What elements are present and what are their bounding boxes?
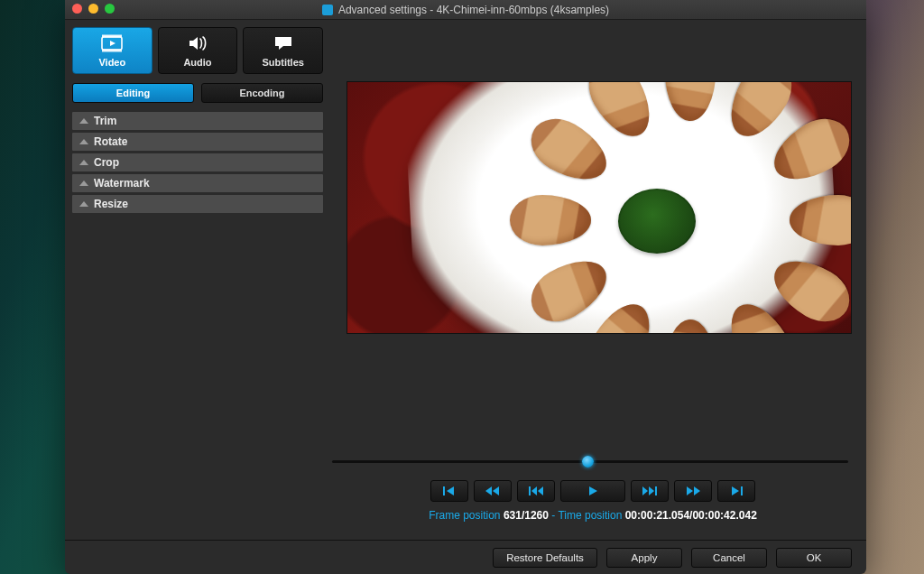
cancel-label: Cancel [713,552,745,563]
play-button[interactable] [560,480,625,502]
subtab-encoding[interactable]: Encoding [201,83,323,103]
restore-defaults-label: Restore Defaults [506,552,584,563]
timeline-track[interactable] [332,460,848,463]
time-position-label: Time position [558,509,622,522]
svg-marker-5 [447,486,454,495]
zoom-window-button[interactable] [105,4,115,14]
speech-bubble-icon [273,34,294,54]
preview-garnish [618,189,696,254]
tab-video-label: Video [98,57,125,68]
step-forward-button[interactable] [631,480,669,502]
svg-rect-8 [529,486,531,495]
dialog-footer: Restore Defaults Apply Cancel OK [65,540,866,574]
svg-rect-14 [655,486,657,495]
tab-audio-label: Audio [183,57,211,68]
section-watermark[interactable]: Watermark [72,174,323,192]
time-position-value: 00:00:21.054/00:00:42.042 [625,509,757,522]
step-back-button[interactable] [517,480,555,502]
subtab-editing[interactable]: Editing [72,83,194,103]
disclosure-triangle-icon [79,139,88,144]
apply-label: Apply [632,552,658,563]
transport-controls [325,480,861,502]
section-rotate[interactable]: Rotate [72,133,323,151]
section-crop-label: Crop [94,156,119,169]
left-panel: Video Audio Subtitles Editing Enco [70,25,325,534]
svg-marker-13 [649,486,654,495]
svg-marker-12 [642,486,648,495]
skip-end-button[interactable] [717,480,755,502]
svg-rect-4 [443,486,445,495]
app-icon [322,5,333,15]
ok-label: OK [807,552,822,563]
video-preview[interactable] [346,81,852,334]
section-trim-label: Trim [94,115,116,127]
frame-position-value: 631/1260 [504,509,549,522]
section-crop[interactable]: Crop [72,153,323,171]
svg-marker-15 [687,486,693,495]
speaker-icon [187,34,208,54]
ok-button[interactable]: OK [776,548,852,568]
section-rotate-label: Rotate [94,135,127,148]
svg-rect-2 [102,49,122,51]
cancel-button[interactable]: Cancel [691,548,767,568]
mode-tabs: Editing Encoding [70,79,325,112]
disclosure-triangle-icon [79,118,88,124]
fast-forward-button[interactable] [674,480,712,502]
content-area: Video Audio Subtitles Editing Enco [65,20,866,540]
video-clip-icon [101,34,123,54]
skip-start-button[interactable] [430,480,468,502]
svg-marker-6 [485,486,492,495]
tab-subtitles[interactable]: Subtitles [243,27,323,74]
advanced-settings-window: Advanced settings - 4K-Chimei-inn-60mbps… [65,0,866,574]
disclosure-triangle-icon [79,160,88,165]
disclosure-triangle-icon [79,181,88,186]
subtab-encoding-label: Encoding [239,88,284,98]
window-title: Advanced settings - 4K-Chimei-inn-60mbps… [338,4,609,16]
disclosure-triangle-icon [79,201,88,207]
position-readout: Frame position 631/1260 - Time position … [325,509,861,522]
svg-marker-10 [538,486,543,495]
tab-video[interactable]: Video [72,27,152,74]
editing-sections: Trim Rotate Crop Watermark Resize [70,112,325,213]
svg-marker-7 [493,486,499,495]
titlebar: Advanced settings - 4K-Chimei-inn-60mbps… [65,0,866,20]
svg-rect-18 [741,486,743,495]
section-resize[interactable]: Resize [72,195,323,213]
timeline [332,460,848,463]
category-tabs: Video Audio Subtitles [70,25,325,79]
frame-position-label: Frame position [429,509,500,522]
minimize-window-button[interactable] [88,4,98,14]
svg-rect-1 [102,34,122,37]
svg-marker-17 [732,486,739,495]
tab-audio[interactable]: Audio [158,27,238,74]
close-window-button[interactable] [72,4,82,14]
section-resize-label: Resize [94,198,128,210]
position-separator: - [551,509,555,522]
apply-button[interactable]: Apply [606,548,682,568]
section-trim[interactable]: Trim [72,112,323,130]
svg-marker-16 [694,486,700,495]
tab-subtitles-label: Subtitles [262,57,303,68]
subtab-editing-label: Editing [116,88,150,98]
rewind-button[interactable] [474,480,512,502]
svg-marker-9 [531,486,537,495]
preview-panel: Frame position 631/1260 - Time position … [325,25,861,534]
svg-marker-11 [589,486,597,495]
window-controls [72,4,115,14]
section-watermark-label: Watermark [94,177,150,190]
restore-defaults-button[interactable]: Restore Defaults [493,548,597,568]
timeline-playhead[interactable] [582,456,594,468]
svg-marker-3 [110,41,116,46]
